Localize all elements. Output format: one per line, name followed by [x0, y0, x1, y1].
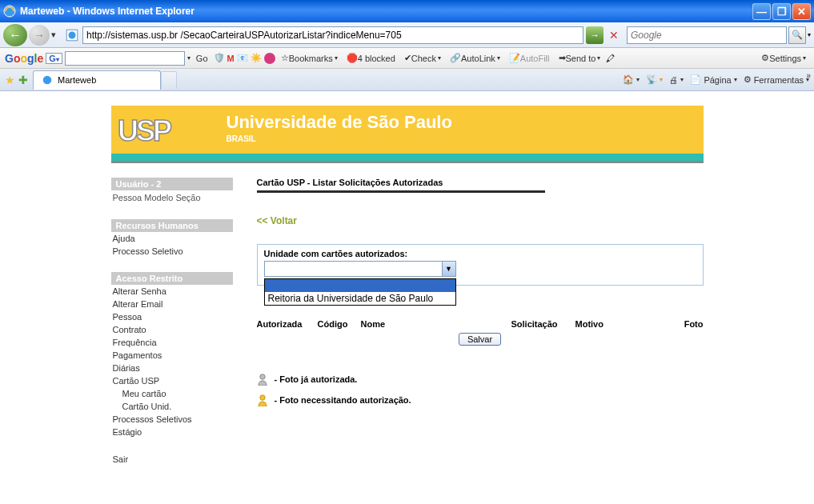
nav-back-button[interactable]: ← — [3, 24, 27, 46]
window-minimize-button[interactable]: — — [752, 3, 771, 20]
legend-authorized-text: - Foto já autorizada. — [275, 374, 358, 384]
google-go-button[interactable]: Go — [193, 53, 211, 64]
page-menu-label: Página — [704, 75, 731, 85]
bookmarks-button[interactable]: ☆ Bookmarks▾ — [278, 52, 341, 64]
ie-icon — [3, 5, 16, 18]
legend-pending-text: - Foto necessitando autorização. — [275, 395, 411, 405]
home-button[interactable]: 🏠▾ — [623, 74, 640, 85]
sidebar-link-alterar-senha[interactable]: Alterar Senha — [111, 285, 233, 298]
sidebar: Usuário - 2 Pessoa Modelo Seção Recursos… — [111, 178, 233, 466]
overflow-chevron[interactable]: » — [806, 71, 811, 80]
site-banner: USP Universidade de São Paulo BRASIL — [111, 106, 704, 154]
tab-title: Marteweb — [58, 75, 96, 85]
bookmarks-label: Bookmarks — [289, 54, 333, 63]
nav-history-dropdown[interactable]: ▾ — [51, 30, 62, 40]
page-viewport: USP Universidade de São Paulo BRASIL Usu… — [0, 91, 814, 504]
save-button[interactable]: Salvar — [459, 333, 501, 346]
feeds-button[interactable]: 📡▾ — [646, 74, 663, 85]
sidebar-link-alterar-email[interactable]: Alterar Email — [111, 298, 233, 310]
browser-tab-active[interactable]: Marteweb — [33, 70, 161, 90]
person-gray-icon — [257, 373, 268, 386]
breadcrumb: Cartão USP - Listar Solicitações Autoriz… — [257, 178, 704, 190]
env-icon[interactable]: 📧 — [237, 53, 248, 63]
window-title: Marteweb - Windows Internet Explorer — [20, 6, 751, 17]
combobox-option-reitoria[interactable]: Reitoria da Universidade de São Paulo — [265, 292, 455, 305]
sidebar-link-processo-seletivo[interactable]: Processo Seletivo — [111, 245, 233, 258]
col-foto: Foto — [672, 319, 704, 329]
col-nome: Nome — [361, 319, 511, 329]
legend: - Foto já autorizada. - Foto necessitand… — [257, 373, 704, 406]
popup-blocked-button[interactable]: 🛑 4 blocked — [343, 52, 399, 64]
back-link[interactable]: << Voltar — [257, 215, 297, 226]
sidebar-link-contrato[interactable]: Contrato — [111, 323, 233, 336]
sendto-button[interactable]: ➡ Send to▾ — [555, 52, 604, 64]
favorite-star-icon[interactable]: ★ — [5, 74, 15, 86]
settings-button[interactable]: ⚙ Settings▾ — [758, 52, 809, 64]
sidebar-link-estagio[interactable]: Estágio — [111, 426, 233, 438]
col-codigo: Código — [318, 319, 361, 329]
sidebar-link-ajuda[interactable]: Ajuda — [111, 232, 233, 245]
new-tab-button[interactable] — [161, 71, 177, 89]
combobox-listbox[interactable]: Reitoria da Universidade de São Paulo — [264, 278, 456, 306]
tools-menu-label: Ferramentas — [754, 75, 804, 85]
usp-logo: USP — [111, 106, 217, 154]
sidebar-link-sair[interactable]: Sair — [111, 453, 233, 466]
university-title: Universidade de São Paulo — [227, 112, 694, 133]
add-favorite-icon[interactable]: ✚ — [18, 74, 28, 86]
gmail-icon[interactable]: M — [227, 54, 235, 63]
sidebar-header-rh: Recursos Humanos — [111, 219, 233, 232]
search-input[interactable] — [627, 26, 787, 44]
unit-select-box: Unidade com cartões autorizados: ▼ Reito… — [257, 244, 704, 286]
unit-combobox[interactable]: ▼ — [264, 261, 456, 277]
svg-text:USP: USP — [118, 114, 171, 147]
table-header-row: Autorizada Código Nome Solicitação Motiv… — [257, 319, 704, 329]
blocked-label: 4 blocked — [358, 54, 395, 63]
autofill-button[interactable]: 📝 AutoFill — [506, 52, 553, 64]
nav-stop-button[interactable]: ✕ — [606, 27, 622, 43]
person-yellow-icon — [257, 394, 268, 406]
google-search-dropdown[interactable]: ▾ — [187, 54, 190, 62]
google-g-icon[interactable]: G▾ — [46, 53, 62, 64]
window-maximize-button[interactable]: ❐ — [772, 3, 791, 20]
unit-select-label: Unidade com cartões autorizados: — [264, 249, 696, 258]
combobox-option-blank[interactable] — [265, 279, 455, 292]
sidebar-link-pessoa[interactable]: Pessoa — [111, 310, 233, 323]
address-go-button[interactable]: → — [586, 26, 603, 44]
google-logo: Google — [5, 52, 43, 65]
search-button[interactable]: 🔍 — [788, 26, 806, 44]
sidebar-link-cartao-unid[interactable]: Cartão Unid. — [111, 400, 233, 413]
sidebar-link-pagamentos[interactable]: Pagamentos — [111, 349, 233, 362]
autolink-label: AutoLink — [461, 54, 495, 63]
print-button[interactable]: 🖨▾ — [669, 75, 684, 85]
sidebar-header-usuario: Usuário - 2 — [111, 178, 233, 190]
university-subtitle: BRASIL — [227, 134, 694, 143]
page-menu-button[interactable]: 📄 Página ▾ — [690, 74, 736, 85]
google-search-input[interactable] — [65, 51, 185, 66]
main-content: Cartão USP - Listar Solicitações Autoriz… — [257, 178, 704, 466]
col-solicitacao: Solicitação — [511, 319, 575, 329]
orkut-icon[interactable] — [264, 53, 275, 64]
autolink-button[interactable]: 🔗 AutoLink▾ — [447, 52, 503, 64]
settings-label: Settings — [769, 54, 801, 63]
sun-icon[interactable]: ☀️ — [251, 53, 262, 63]
autofill-label: AutoFill — [520, 54, 550, 63]
sidebar-link-meu-cartao[interactable]: Meu cartão — [111, 387, 233, 400]
highlight-icon[interactable]: 🖍 — [606, 54, 615, 63]
sidebar-link-processos-seletivos[interactable]: Processos Seletivos — [111, 413, 233, 426]
svg-point-2 — [69, 31, 76, 38]
search-dropdown[interactable]: ▾ — [808, 31, 811, 38]
combobox-toggle-button[interactable]: ▼ — [442, 262, 455, 276]
banner-stripe — [111, 154, 704, 163]
sidebar-link-diarias[interactable]: Diárias — [111, 362, 233, 374]
page-icon — [65, 28, 79, 42]
browser-nav-bar: ← → ▾ → ✕ 🔍 ▾ — [0, 22, 814, 48]
nav-forward-button: → — [29, 25, 50, 46]
check-button[interactable]: ✔ Check▾ — [401, 52, 444, 64]
sidebar-link-cartao-usp[interactable]: Cartão USP — [111, 374, 233, 387]
google-toolbar: Google G▾ ▾ Go 🛡️ M 📧 ☀️ ☆ Bookmarks▾ 🛑 … — [0, 48, 814, 69]
sidebar-link-frequencia[interactable]: Frequência — [111, 336, 233, 349]
address-input[interactable] — [82, 26, 583, 44]
window-close-button[interactable]: ✕ — [792, 3, 811, 20]
tools-menu-button[interactable]: ⚙ Ferramentas ▾ — [744, 74, 809, 85]
col-motivo: Motivo — [575, 319, 672, 329]
